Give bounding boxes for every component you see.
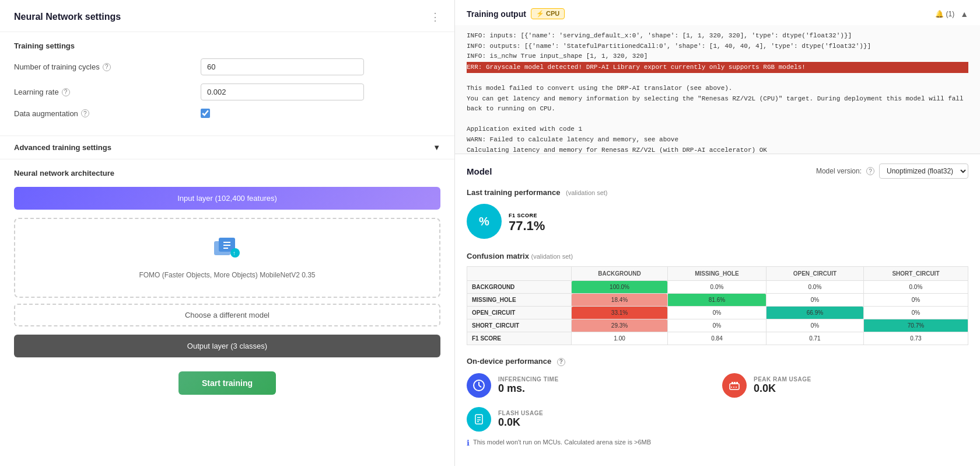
cell-sc-mh: 0% xyxy=(667,319,766,332)
model-section: Model Model version: ? Unoptimized (floa… xyxy=(455,154,980,466)
model-version-label: Model version: xyxy=(816,167,862,175)
cell-mh-bg: 18.4% xyxy=(572,294,668,307)
choose-model-button[interactable]: Choose a different model xyxy=(14,304,440,326)
on-device-help-icon[interactable]: ? xyxy=(557,358,565,366)
advanced-toggle-label: Advanced training settings xyxy=(14,143,111,152)
cell-f1-mh: 0.84 xyxy=(667,332,766,345)
cell-bg-oc: 0.0% xyxy=(766,281,863,294)
cell-oc-oc: 66.9% xyxy=(766,307,863,319)
collapse-icon[interactable]: ▲ xyxy=(960,9,968,19)
learning-rate-help-icon[interactable]: ? xyxy=(62,88,70,96)
cell-f1-oc: 0.71 xyxy=(766,332,863,345)
training-cycles-input[interactable] xyxy=(201,58,364,75)
col-header-open-circuit: OPEN_CIRCUIT xyxy=(766,267,863,281)
log-line: Application exited with code 1 xyxy=(467,124,968,135)
inferencing-time-info: INFERENCING TIME 0 ms. xyxy=(498,376,559,395)
col-header-short-circuit: SHORT_CIRCUIT xyxy=(863,267,968,281)
on-device-grid: INFERENCING TIME 0 ms. xyxy=(467,373,968,432)
cell-sc-bg: 29.3% xyxy=(572,319,668,332)
inferencing-time-card: INFERENCING TIME 0 ms. xyxy=(467,373,713,398)
data-augmentation-checkbox-wrap xyxy=(201,109,210,118)
svg-rect-12 xyxy=(734,382,736,384)
cpu-badge: ⚡ CPU xyxy=(531,8,565,19)
last-training-title: Last training performance (validation se… xyxy=(467,188,968,197)
log-line: INFO: is_nchw True input_shape [1, 1, 32… xyxy=(467,51,968,62)
log-line xyxy=(467,73,968,84)
last-training-section: Last training performance (validation se… xyxy=(467,188,968,242)
start-training-button[interactable]: Start training xyxy=(178,371,276,395)
on-device-title: On-device performance ? xyxy=(467,357,968,366)
advanced-toggle[interactable]: Advanced training settings ▼ xyxy=(0,135,454,159)
data-augmentation-row: Data augmentation ? xyxy=(14,109,440,118)
f1-score-values: F1 SCORE 77.1% xyxy=(509,213,545,234)
training-cycles-row: Number of training cycles ? xyxy=(14,58,440,75)
model-version-row: Model version: ? Unoptimized (float32) O… xyxy=(816,164,968,179)
model-card: ↑ FOMO (Faster Objects, More Objects) Mo… xyxy=(14,218,440,298)
model-name-label: FOMO (Faster Objects, More Objects) Mobi… xyxy=(139,271,315,279)
cell-sc-oc: 0% xyxy=(766,319,863,332)
cell-mh-oc: 0% xyxy=(766,294,863,307)
flash-usage-icon xyxy=(467,407,491,432)
log-line: INFO: inputs: [{'name': 'serving_default… xyxy=(467,31,968,41)
f1-percent-icon: % xyxy=(479,215,489,228)
page-title: Neural Network settings xyxy=(14,12,121,22)
left-panel: Neural Network settings ⋮ Training setti… xyxy=(0,0,455,466)
data-augmentation-label: Data augmentation ? xyxy=(14,109,201,118)
training-output-header: Training output ⚡ CPU 🔔 (1) ▲ xyxy=(455,0,980,25)
training-output-actions: 🔔 (1) ▲ xyxy=(935,9,968,19)
mcu-warning-text: This model won't run on MCUs. Calculated… xyxy=(473,439,651,446)
output-layer-bar: Output layer (3 classes) xyxy=(14,335,440,357)
log-line xyxy=(467,114,968,125)
inferencing-time-label: INFERENCING TIME xyxy=(498,376,559,382)
cell-mh-mh: 81.6% xyxy=(667,294,766,307)
model-version-help-icon[interactable]: ? xyxy=(866,167,874,175)
svg-rect-13 xyxy=(736,382,738,384)
notification-badge[interactable]: 🔔 (1) xyxy=(935,10,954,18)
architecture-section: Neural network architecture Input layer … xyxy=(0,159,454,422)
data-augmentation-help-icon[interactable]: ? xyxy=(81,109,89,117)
svg-line-9 xyxy=(479,385,481,387)
training-cycles-help-icon[interactable]: ? xyxy=(103,63,111,71)
log-line: INFO: outputs: [{'name': 'StatefulPartit… xyxy=(467,41,968,52)
table-row: SHORT_CIRCUIT 29.3% 0% 0% 70.7% xyxy=(467,319,968,332)
log-area: INFO: inputs: [{'name': 'serving_default… xyxy=(455,25,980,154)
cell-bg-mh: 0.0% xyxy=(667,281,766,294)
row-label-background: BACKGROUND xyxy=(467,281,572,294)
svg-rect-11 xyxy=(732,382,733,384)
flash-usage-label: FLASH USAGE xyxy=(498,410,543,416)
peak-ram-value: 0.0K xyxy=(754,382,811,395)
model-section-title: Model xyxy=(467,166,492,176)
svg-text:↑: ↑ xyxy=(233,250,236,256)
architecture-title: Neural network architecture xyxy=(14,169,440,178)
cell-bg-bg: 100.0% xyxy=(572,281,668,294)
cell-f1-bg: 1.00 xyxy=(572,332,668,345)
warning-icon: ℹ xyxy=(467,439,470,447)
confusion-matrix-title: Confusion matrix (validation set) xyxy=(467,252,968,260)
flash-usage-card: FLASH USAGE 0.0K xyxy=(467,407,713,432)
model-version-select[interactable]: Unoptimized (float32) Optimized (int8) xyxy=(879,164,968,179)
left-panel-header: Neural Network settings ⋮ xyxy=(0,0,454,32)
svg-rect-17 xyxy=(475,415,482,424)
peak-ram-label: PEAK RAM USAGE xyxy=(754,376,811,382)
flash-usage-value: 0.0K xyxy=(498,416,543,429)
confusion-matrix-subtitle: (validation set) xyxy=(531,253,573,260)
row-label-missing-hole: MISSING_HOLE xyxy=(467,294,572,307)
data-augmentation-checkbox[interactable] xyxy=(201,109,210,118)
flash-usage-info: FLASH USAGE 0.0K xyxy=(498,410,543,429)
col-header-background: BACKGROUND xyxy=(572,267,668,281)
right-panel: Training output ⚡ CPU 🔔 (1) ▲ INFO: inpu… xyxy=(455,0,980,466)
on-device-section: On-device performance ? INFERENCING TIME xyxy=(467,357,968,447)
mcu-warning-row: ℹ This model won't run on MCUs. Calculat… xyxy=(467,439,968,447)
learning-rate-input[interactable] xyxy=(201,84,364,100)
inferencing-time-value: 0 ms. xyxy=(498,382,559,395)
col-header-missing-hole: MISSING_HOLE xyxy=(667,267,766,281)
peak-ram-icon xyxy=(722,373,747,398)
table-row: F1 SCORE 1.00 0.84 0.71 0.73 xyxy=(467,332,968,345)
cell-f1-sc: 0.73 xyxy=(863,332,968,345)
more-options-icon[interactable]: ⋮ xyxy=(430,11,440,23)
peak-ram-card: PEAK RAM USAGE 0.0K xyxy=(722,373,968,398)
table-row: BACKGROUND 100.0% 0.0% 0.0% 0.0% xyxy=(467,281,968,294)
training-settings-title: Training settings xyxy=(14,41,440,50)
inferencing-time-icon xyxy=(467,373,491,398)
row-label-short-circuit: SHORT_CIRCUIT xyxy=(467,319,572,332)
